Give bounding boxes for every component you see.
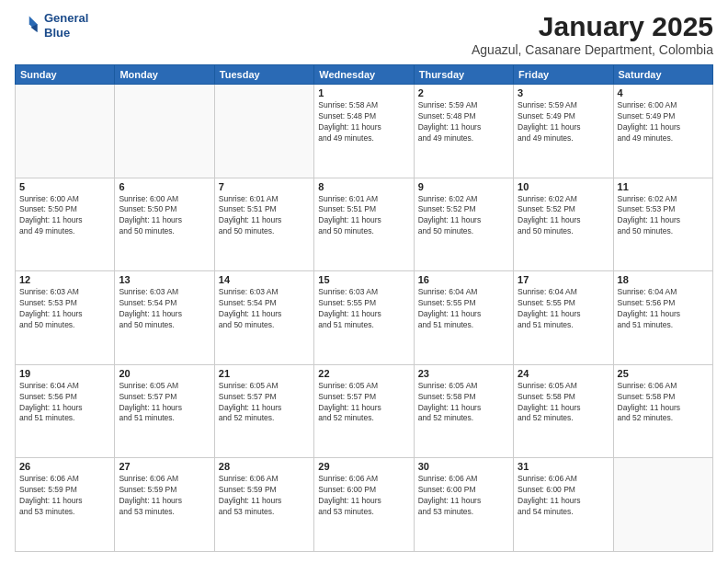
day-info: Sunrise: 6:03 AMSunset: 5:54 PMDaylight:… <box>219 287 310 331</box>
logo-line2: Blue <box>44 26 70 40</box>
day-info: Sunrise: 6:00 AMSunset: 5:49 PMDaylight:… <box>618 100 709 144</box>
day-number: 25 <box>618 368 709 379</box>
day-info: Sunrise: 6:02 AMSunset: 5:52 PMDaylight:… <box>518 194 609 238</box>
calendar-cell: 31Sunrise: 6:06 AMSunset: 6:00 PMDayligh… <box>514 458 613 552</box>
day-number: 1 <box>318 87 409 98</box>
day-info: Sunrise: 6:06 AMSunset: 6:00 PMDaylight:… <box>518 474 609 518</box>
day-number: 7 <box>219 181 310 192</box>
logo-icon <box>15 13 40 39</box>
title-block: January 2025 Aguazul, Casanare Departmen… <box>472 11 713 57</box>
day-number: 26 <box>19 461 110 472</box>
day-info: Sunrise: 6:04 AMSunset: 5:56 PMDaylight:… <box>19 381 110 425</box>
header: General Blue January 2025 Aguazul, Casan… <box>15 11 713 57</box>
day-info: Sunrise: 5:59 AMSunset: 5:48 PMDaylight:… <box>418 100 509 144</box>
day-number: 10 <box>518 181 609 192</box>
calendar-cell: 14Sunrise: 6:03 AMSunset: 5:54 PMDayligh… <box>214 271 313 365</box>
day-info: Sunrise: 5:58 AMSunset: 5:48 PMDaylight:… <box>318 100 409 144</box>
calendar-cell: 27Sunrise: 6:06 AMSunset: 5:59 PMDayligh… <box>115 458 214 552</box>
calendar-cell: 12Sunrise: 6:03 AMSunset: 5:53 PMDayligh… <box>16 271 115 365</box>
calendar-cell: 17Sunrise: 6:04 AMSunset: 5:55 PMDayligh… <box>514 271 613 365</box>
day-info: Sunrise: 6:00 AMSunset: 5:50 PMDaylight:… <box>19 194 110 238</box>
calendar-week-4: 19Sunrise: 6:04 AMSunset: 5:56 PMDayligh… <box>16 364 713 458</box>
day-info: Sunrise: 6:05 AMSunset: 5:58 PMDaylight:… <box>518 381 609 425</box>
calendar-week-5: 26Sunrise: 6:06 AMSunset: 5:59 PMDayligh… <box>16 458 713 552</box>
calendar-cell: 15Sunrise: 6:03 AMSunset: 5:55 PMDayligh… <box>314 271 414 365</box>
day-number: 11 <box>618 181 709 192</box>
day-info: Sunrise: 6:03 AMSunset: 5:55 PMDaylight:… <box>318 287 409 331</box>
day-number: 9 <box>418 181 509 192</box>
calendar-cell <box>16 85 115 178</box>
calendar-cell: 25Sunrise: 6:06 AMSunset: 5:58 PMDayligh… <box>613 364 712 458</box>
day-info: Sunrise: 6:01 AMSunset: 5:51 PMDaylight:… <box>219 194 310 238</box>
calendar-week-1: 1Sunrise: 5:58 AMSunset: 5:48 PMDaylight… <box>16 85 713 178</box>
day-info: Sunrise: 6:06 AMSunset: 5:59 PMDaylight:… <box>119 474 210 518</box>
day-header-wednesday: Wednesday <box>314 65 414 85</box>
day-number: 4 <box>618 87 709 98</box>
day-header-sunday: Sunday <box>16 65 115 85</box>
day-info: Sunrise: 6:05 AMSunset: 5:58 PMDaylight:… <box>418 381 509 425</box>
calendar-week-3: 12Sunrise: 6:03 AMSunset: 5:53 PMDayligh… <box>16 271 713 365</box>
calendar-cell: 3Sunrise: 5:59 AMSunset: 5:49 PMDaylight… <box>514 85 613 178</box>
day-info: Sunrise: 6:05 AMSunset: 5:57 PMDaylight:… <box>119 381 210 425</box>
calendar-cell <box>115 85 214 178</box>
day-number: 31 <box>518 461 609 472</box>
day-number: 27 <box>119 461 210 472</box>
day-info: Sunrise: 6:06 AMSunset: 6:00 PMDaylight:… <box>418 474 509 518</box>
calendar-cell: 4Sunrise: 6:00 AMSunset: 5:49 PMDaylight… <box>613 85 712 178</box>
day-number: 30 <box>418 461 509 472</box>
day-info: Sunrise: 6:04 AMSunset: 5:55 PMDaylight:… <box>518 287 609 331</box>
calendar-cell: 16Sunrise: 6:04 AMSunset: 5:55 PMDayligh… <box>414 271 513 365</box>
day-header-saturday: Saturday <box>613 65 712 85</box>
day-number: 15 <box>318 274 409 285</box>
calendar-cell: 11Sunrise: 6:02 AMSunset: 5:53 PMDayligh… <box>613 178 712 271</box>
calendar-cell: 22Sunrise: 6:05 AMSunset: 5:57 PMDayligh… <box>314 364 414 458</box>
day-number: 21 <box>219 368 310 379</box>
day-info: Sunrise: 6:03 AMSunset: 5:54 PMDaylight:… <box>119 287 210 331</box>
day-number: 3 <box>518 87 609 98</box>
day-number: 29 <box>318 461 409 472</box>
calendar-cell: 20Sunrise: 6:05 AMSunset: 5:57 PMDayligh… <box>115 364 214 458</box>
calendar-cell: 1Sunrise: 5:58 AMSunset: 5:48 PMDaylight… <box>314 85 414 178</box>
day-number: 16 <box>418 274 509 285</box>
subtitle: Aguazul, Casanare Department, Colombia <box>472 42 713 57</box>
day-info: Sunrise: 6:03 AMSunset: 5:53 PMDaylight:… <box>19 287 110 331</box>
page: General Blue January 2025 Aguazul, Casan… <box>0 0 728 563</box>
calendar-cell: 8Sunrise: 6:01 AMSunset: 5:51 PMDaylight… <box>314 178 414 271</box>
day-number: 17 <box>518 274 609 285</box>
day-number: 20 <box>119 368 210 379</box>
day-number: 8 <box>318 181 409 192</box>
calendar-cell: 29Sunrise: 6:06 AMSunset: 6:00 PMDayligh… <box>314 458 414 552</box>
day-number: 28 <box>219 461 310 472</box>
calendar-cell: 28Sunrise: 6:06 AMSunset: 5:59 PMDayligh… <box>214 458 313 552</box>
day-info: Sunrise: 6:06 AMSunset: 5:58 PMDaylight:… <box>618 381 709 425</box>
day-info: Sunrise: 6:05 AMSunset: 5:57 PMDaylight:… <box>219 381 310 425</box>
main-title: January 2025 <box>472 11 713 42</box>
day-header-thursday: Thursday <box>414 65 513 85</box>
logo: General Blue <box>15 11 88 40</box>
calendar-cell: 19Sunrise: 6:04 AMSunset: 5:56 PMDayligh… <box>16 364 115 458</box>
calendar-cell: 13Sunrise: 6:03 AMSunset: 5:54 PMDayligh… <box>115 271 214 365</box>
calendar-week-2: 5Sunrise: 6:00 AMSunset: 5:50 PMDaylight… <box>16 178 713 271</box>
calendar-cell <box>613 458 712 552</box>
calendar-cell: 2Sunrise: 5:59 AMSunset: 5:48 PMDaylight… <box>414 85 513 178</box>
calendar-cell: 6Sunrise: 6:00 AMSunset: 5:50 PMDaylight… <box>115 178 214 271</box>
calendar-cell: 23Sunrise: 6:05 AMSunset: 5:58 PMDayligh… <box>414 364 513 458</box>
day-info: Sunrise: 6:02 AMSunset: 5:53 PMDaylight:… <box>618 194 709 238</box>
calendar-cell: 9Sunrise: 6:02 AMSunset: 5:52 PMDaylight… <box>414 178 513 271</box>
day-number: 18 <box>618 274 709 285</box>
day-number: 23 <box>418 368 509 379</box>
calendar-table: SundayMondayTuesdayWednesdayThursdayFrid… <box>15 64 713 552</box>
calendar-cell <box>214 85 313 178</box>
day-info: Sunrise: 6:00 AMSunset: 5:50 PMDaylight:… <box>119 194 210 238</box>
calendar-cell: 18Sunrise: 6:04 AMSunset: 5:56 PMDayligh… <box>613 271 712 365</box>
day-header-monday: Monday <box>115 65 214 85</box>
day-info: Sunrise: 6:04 AMSunset: 5:55 PMDaylight:… <box>418 287 509 331</box>
day-number: 12 <box>19 274 110 285</box>
calendar-cell: 26Sunrise: 6:06 AMSunset: 5:59 PMDayligh… <box>16 458 115 552</box>
day-number: 14 <box>219 274 310 285</box>
day-header-tuesday: Tuesday <box>214 65 313 85</box>
day-number: 24 <box>518 368 609 379</box>
calendar-cell: 7Sunrise: 6:01 AMSunset: 5:51 PMDaylight… <box>214 178 313 271</box>
day-info: Sunrise: 6:05 AMSunset: 5:57 PMDaylight:… <box>318 381 409 425</box>
logo-text: General Blue <box>44 11 88 40</box>
